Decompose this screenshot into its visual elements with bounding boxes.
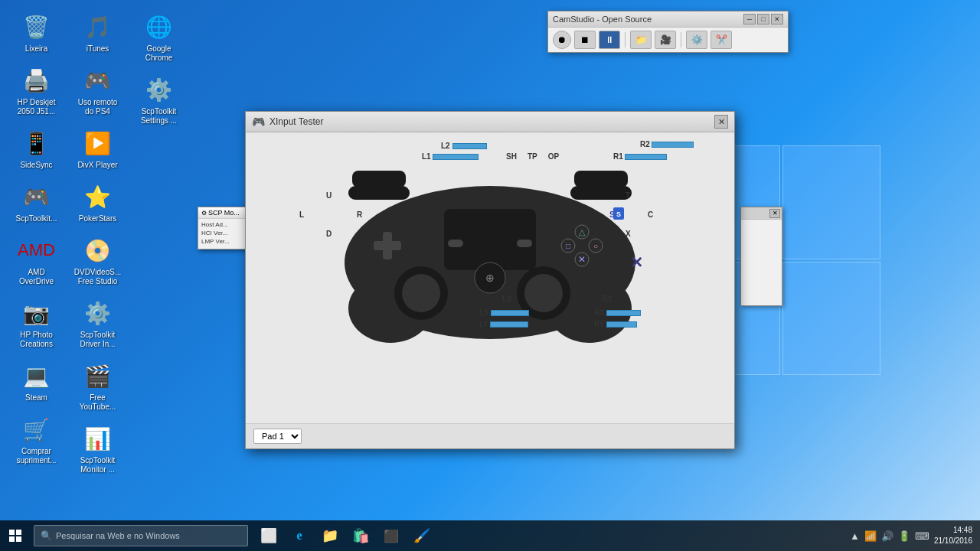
windows-logo-icon (9, 530, 21, 542)
taskbar-terminal[interactable]: ⬛ (377, 522, 406, 549)
camstudio-record-btn[interactable]: ⏺ (553, 31, 571, 49)
desktop-icon-chrome[interactable]: 🌐 Google Chrome (130, 8, 188, 67)
search-box[interactable]: 🔍 Pesquisar na Web e no Windows (34, 525, 248, 546)
desktop-icon-divx[interactable]: ▶️ DivX Player (69, 124, 126, 174)
l1-bar (433, 154, 479, 160)
scp-mini-icon: ⚙ (201, 210, 207, 217)
sidesync-label: SideSync (20, 161, 52, 170)
x-button-mark: ✕ (630, 253, 643, 272)
chrome-icon: 🌐 (144, 11, 175, 42)
desktop-icon-free-youtube[interactable]: 🎬 Free YouTube... (69, 357, 126, 416)
camstudio-minimize-btn[interactable]: ─ (743, 14, 756, 24)
taskbar: 🔍 Pesquisar na Web e no Windows ⬜ e 📁 🛍️… (0, 520, 980, 551)
svg-text:✕: ✕ (578, 254, 586, 265)
desktop-icon-lixeira[interactable]: 🗑️ Lixeira (8, 8, 65, 57)
taskbar-edge[interactable]: e (285, 522, 314, 549)
desktop-icon-comprar[interactable]: 🛒 Comprar supriment... (8, 410, 65, 469)
desktop-icon-scp-driver[interactable]: ⚙️ ScpToolkit Driver In... (69, 294, 126, 353)
scp-monitor-icon: 📊 (83, 423, 113, 454)
divx-label: DivX Player (77, 161, 117, 170)
svg-rect-26 (9, 530, 15, 535)
l1-indicator: L1 (422, 152, 479, 161)
xinput-titlebar[interactable]: 🎮 XInput Tester ✕ (246, 112, 734, 132)
lixeira-label: Lixeira (25, 44, 47, 54)
r2-label: R2 (640, 140, 650, 148)
svg-point-7 (524, 274, 563, 312)
taskbar-task-view[interactable]: ⬜ (254, 522, 283, 549)
camstudio-titlebar[interactable]: CamStudio - Open Source ─ □ ✕ (548, 11, 788, 28)
s-highlight: S (613, 207, 624, 220)
taskbar-explorer[interactable]: 📁 (315, 522, 345, 549)
desktop-icon-sidesync[interactable]: 📱 SideSync (8, 124, 65, 174)
desktop-icon-uso-remoto[interactable]: 🎮 Uso remoto do PS4 (69, 61, 126, 120)
divx-icon: ▶️ (83, 128, 113, 158)
camstudio-folder-btn[interactable]: 📁 (630, 31, 652, 49)
camstudio-maximize-btn[interactable]: □ (757, 14, 769, 24)
svg-rect-23 (574, 171, 628, 187)
network-icon[interactable]: 📶 (864, 530, 877, 542)
desktop-icon-scp-monitor[interactable]: 📊 ScpToolkit Monitor ... (69, 419, 126, 478)
desktop-icon-amd[interactable]: AMD AMD OverDrive (8, 231, 65, 290)
r1-indicator: R1 (613, 152, 667, 161)
camstudio-close-btn[interactable]: ✕ (771, 14, 783, 24)
ly-label: LY (479, 320, 488, 328)
comprar-icon: 🛒 (21, 414, 52, 445)
scp-settings-label: ScpToolkit Settings ... (134, 107, 184, 126)
xinput-tester-window: 🎮 XInput Tester ✕ L2 L1 (245, 111, 735, 449)
camstudio-cut-btn[interactable]: ✂️ (710, 31, 732, 49)
u-label-container: U (326, 190, 332, 201)
u-label: U (326, 191, 332, 200)
battery-icon[interactable]: 🔋 (898, 530, 910, 542)
op-label: OP (548, 152, 559, 161)
svg-text:□: □ (566, 242, 570, 250)
uso-remoto-label: Uso remoto do PS4 (73, 98, 122, 116)
l2-indicator: L2 (441, 142, 450, 150)
scp-mini-title: SCP Mo... (208, 209, 240, 217)
lx-bar (491, 310, 529, 316)
camstudio-pause-btn[interactable]: ⏸ (599, 31, 620, 49)
small-popup-close-btn[interactable]: ✕ (769, 209, 780, 218)
xinput-body: L2 L1 R2 R1 (246, 132, 734, 423)
desktop-icon-scp-toolkit-top[interactable]: 🎮 ScpToolkit... (8, 178, 65, 227)
taskbar-apps: ⬜ e 📁 🛍️ ⬛ 🖌️ (254, 522, 842, 549)
scp-settings-icon: ⚙️ (144, 74, 175, 105)
paint-icon: 🖌️ (413, 527, 430, 544)
scp-mini-content: Host Ad... HCI Ver... LMP Ver... (198, 219, 250, 249)
xinput-title-icon: 🎮 (252, 116, 265, 128)
scp-mini-window: ⚙ SCP Mo... Host Ad... HCI Ver... LMP Ve… (198, 207, 251, 249)
xinput-close-btn[interactable]: ✕ (714, 115, 728, 129)
desktop: 🗑️ Lixeira 🖨️ HP Deskjet 2050 J51... 📱 S… (0, 0, 980, 551)
r2-indicator: R2 (640, 140, 694, 148)
start-button[interactable] (0, 520, 31, 551)
camstudio-settings-btn[interactable]: ⚙️ (686, 31, 707, 49)
svg-text:○: ○ (593, 242, 598, 250)
svg-text:⊕: ⊕ (485, 272, 495, 284)
taskbar-store[interactable]: 🛍️ (346, 522, 375, 549)
camstudio-stop-btn[interactable]: ⏹ (574, 31, 596, 49)
free-youtube-icon: 🎬 (83, 360, 113, 391)
steam-label: Steam (25, 393, 47, 403)
svg-rect-24 (448, 240, 463, 247)
free-youtube-label: Free YouTube... (73, 393, 122, 412)
desktop-icon-itunes[interactable]: 🎵 iTunes (69, 8, 126, 57)
volume-icon[interactable]: 🔊 (881, 530, 893, 542)
small-popup-window: ✕ (740, 207, 782, 306)
l3-label-container: L3 (502, 293, 511, 304)
camstudio-camera-btn[interactable]: 🎥 (655, 31, 676, 49)
task-view-icon: ⬜ (260, 527, 277, 544)
system-clock[interactable]: 14:48 21/10/2016 (934, 525, 972, 546)
notification-icon[interactable]: ▲ (850, 530, 860, 542)
ry-label: RY (594, 320, 605, 328)
desktop-icon-hp-photo[interactable]: 📷 HP Photo Creations (8, 294, 65, 353)
desktop-icon-pokerstars[interactable]: ⭐ PokerStars (69, 178, 126, 227)
desktop-icon-steam[interactable]: 💻 Steam (8, 357, 65, 406)
taskbar-system-tray: ▲ 📶 🔊 🔋 ⌨ 14:48 21/10/2016 (842, 525, 980, 546)
desktop-icon-hp-deskjet[interactable]: 🖨️ HP Deskjet 2050 J51... (8, 61, 65, 120)
pad-select[interactable]: Pad 1 Pad 2 Pad 3 Pad 4 (253, 429, 302, 444)
desktop-icon-scp-settings[interactable]: ⚙️ ScpToolkit Settings ... (130, 70, 188, 129)
desktop-icon-dvd[interactable]: 📀 DVDVideoS... Free Studio (69, 231, 126, 290)
taskbar-paint[interactable]: 🖌️ (407, 522, 436, 549)
r1-label: R1 (613, 152, 623, 161)
small-popup-titlebar: ✕ (741, 207, 782, 220)
scp-host-line: Host Ad... (201, 221, 247, 228)
